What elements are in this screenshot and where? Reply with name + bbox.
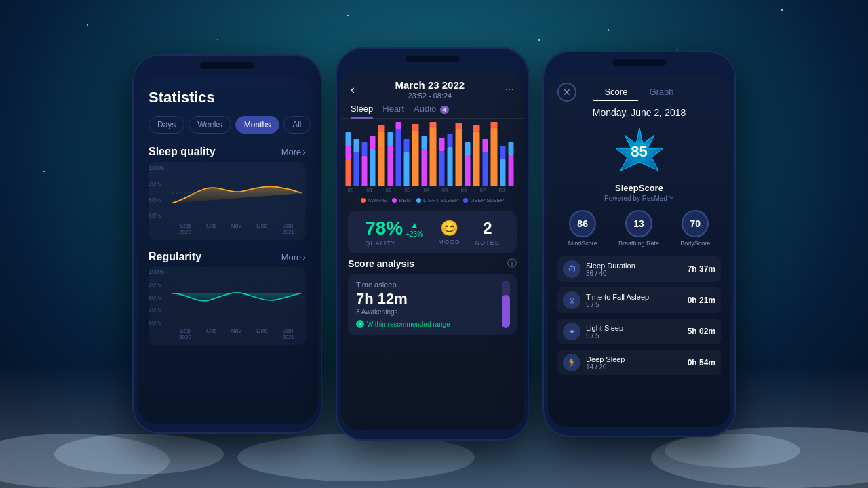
metric-duration-value: 7h 37m [688,264,715,274]
sleep-quality-chart: 100% 90% 80% 60% [149,162,306,240]
x-label-dec: Dec [256,222,267,235]
svg-rect-36 [491,128,498,186]
svg-rect-18 [412,131,419,186]
breathing-rate-value: 13 [625,210,652,237]
tab-score[interactable]: Score [593,84,638,101]
score-number: 85 [612,125,667,179]
quality-percentage-block: 78% ▲ +23% QUALITY [365,218,423,247]
svg-rect-2 [346,146,351,159]
filter-months[interactable]: Months [235,116,279,134]
metric-fall-value: 0h 21m [688,296,715,305]
rem-dot [392,198,397,203]
tab-heart[interactable]: Heart [382,104,404,118]
filter-weeks[interactable]: Weeks [189,116,231,134]
clock-icon: ⏱ [563,260,580,278]
awake-dot [361,198,366,203]
breathing-rate-score: 13 Breathing Rate [618,210,659,247]
mind-score: 86 MindScore [568,210,597,247]
filter-days[interactable]: Days [149,116,184,134]
breathing-rate-label: Breathing Rate [618,240,659,247]
notes-count: 2 [483,219,492,238]
time-asleep-progress-bar [502,281,510,328]
phone3-screen: ✕ Score Graph Monday, June 2, 2018 [548,75,730,427]
regularity-header: Regularity More › [149,251,306,263]
reg-y-100: 100% [149,268,164,275]
metric-sleep-duration: ⏱ Sleep Duration 36 / 40 7h 37m [557,256,721,282]
sleep-quality-more[interactable]: More › [281,146,306,157]
svg-text:02: 02 [386,187,392,193]
quality-value: 78% [365,218,403,239]
tab-sleep[interactable]: Sleep [351,104,373,118]
svg-rect-40 [509,156,514,186]
quality-number: 78% ▲ +23% [365,218,423,239]
svg-rect-4 [354,152,359,186]
sleep-metrics-list: ⏱ Sleep Duration 36 / 40 7h 37m ⧖ [557,256,721,375]
metric-light-value: 5h 02m [688,327,715,336]
check-icon: ✓ [356,320,364,328]
svg-rect-35 [483,139,488,152]
sleep-detail-header: ‹ March 23 2022 23:52 - 08:24 ··· [341,71,524,104]
x-axis-labels-reg: Sep2020 Oct Nov Dec Jan2021 [153,327,302,340]
svg-rect-19 [412,124,419,131]
regularity-svg [172,272,302,323]
sleep-detail-background: ‹ March 23 2022 23:52 - 08:24 ··· Sleep … [341,71,524,430]
metric-duration-score: 36 / 40 [586,270,635,277]
y-axis-labels-reg: 100% 90% 80% 70% 60% [149,268,164,326]
svg-rect-5 [354,139,359,152]
svg-rect-11 [378,125,385,132]
sleep-tabs-row: Sleep Heart Audio 4 [341,104,524,119]
body-score: 70 BodyScore [680,210,710,247]
phone-statistics: Statistics Days Weeks Months All Sleep q… [132,54,322,434]
phone-score: ✕ Score Graph Monday, June 2, 2018 [542,51,736,437]
metric-light-score: 5 / 5 [586,332,623,340]
reg-y-60: 60% [149,319,164,326]
regularity-more[interactable]: More › [281,251,306,262]
filter-all[interactable]: All [283,116,310,134]
legend-awake: AWAKE [361,197,387,203]
reg-x-jan: Jan2021 [282,327,294,340]
close-button[interactable]: ✕ [557,83,576,102]
score-view-tabs: Score Graph [593,84,684,101]
svg-rect-41 [509,142,514,156]
metric-deep-left: 🏃 Deep Sleep 14 / 20 [563,354,688,371]
info-icon[interactable]: ⓘ [507,258,517,270]
metric-deep-name: Deep Sleep [586,355,625,363]
svg-rect-25 [439,138,445,151]
sleep-quality-title: Sleep quality [149,146,216,158]
reg-x-nov: Nov [231,327,241,340]
tab-audio[interactable]: Audio 4 [414,104,449,118]
running-icon: 🏃 [563,354,580,371]
svg-rect-6 [362,156,368,186]
metric-light-name: Light Sleep [586,324,623,332]
svg-rect-12 [388,146,393,186]
time-asleep-label: Time asleep [356,281,509,289]
svg-rect-31 [465,142,471,156]
stats-title: Statistics [149,89,306,106]
stats-background: Statistics Days Weeks Months All Sleep q… [138,78,317,424]
sleep-chart-svg: 00 01 02 03 04 05 06 07 08 [341,119,524,193]
awakenings: 3 Awakenings [356,308,509,316]
tab-graph[interactable]: Graph [638,84,684,101]
y-label-90: 90% [149,180,164,187]
svg-text:03: 03 [405,187,411,193]
time-asleep-bar-fill [502,295,510,328]
phone1-screen: Statistics Days Weeks Months All Sleep q… [138,78,317,424]
sleep-quality-svg [172,167,302,218]
sleep-date: March 23 2022 [395,79,465,91]
svg-rect-21 [422,136,427,149]
notes-label: NOTES [475,239,500,246]
svg-rect-16 [404,152,410,186]
reg-y-70: 70% [149,306,164,313]
score-badge: 85 [612,125,667,179]
score-analysis-header: Score analysis ⓘ [348,258,517,270]
menu-button[interactable]: ··· [505,83,514,96]
feather-icon: ✦ [563,323,580,340]
svg-rect-38 [500,159,506,186]
back-button[interactable]: ‹ [351,83,355,97]
sub-scores-row: 86 MindScore 13 Breathing Rate 70 BodySc… [557,210,721,247]
quality-change: +23% [406,230,423,238]
y-axis-labels: 100% 90% 80% 60% [149,165,164,219]
svg-rect-34 [483,152,488,186]
mind-score-value: 86 [569,210,596,237]
phone-sleep-detail: ‹ March 23 2022 23:52 - 08:24 ··· Sleep … [336,47,529,441]
